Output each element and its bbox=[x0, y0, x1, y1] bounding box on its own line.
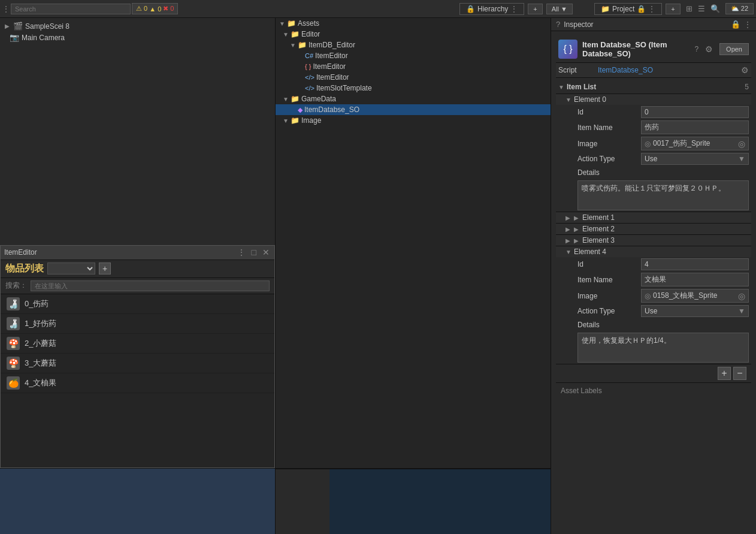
project-tab[interactable]: 📁 Project 🔒 ⋮ bbox=[594, 3, 662, 15]
element-4-id-row: Id 4 bbox=[575, 257, 751, 271]
action-dropdown-arrow-0: ▼ bbox=[738, 155, 745, 163]
add-element-btn[interactable]: + bbox=[718, 367, 731, 380]
top-bar: ⋮ ⚠ 0 ▲ 0 ✖ 0 🔒 Hierarchy ⋮ + All ▼ 📁 Pr… bbox=[0, 0, 756, 18]
inspector-gear-btn[interactable]: ⚙ bbox=[703, 44, 715, 54]
cloud-badge: ⛅ 22 bbox=[725, 3, 754, 14]
hierarchy-main-camera[interactable]: 📷 Main Camera bbox=[0, 32, 275, 43]
scene-label: SampleScei 8 bbox=[25, 22, 69, 31]
all-dropdown[interactable]: All ▼ bbox=[546, 4, 573, 14]
action-type-dropdown-4[interactable]: Use ▼ bbox=[641, 305, 749, 317]
tree-itemslot[interactable]: </> ItemSlotTemplate bbox=[276, 83, 551, 93]
item-editor-window: ItemEditor ⋮ □ ✕ 物品列表 + 搜索： 🍶 0_伤药 bbox=[0, 245, 275, 469]
project-lock-icon: 🔒 bbox=[637, 5, 646, 13]
inspector-bottom: + − bbox=[556, 364, 751, 382]
gamedata-arrow: ▼ bbox=[283, 96, 289, 102]
window-maximize-btn[interactable]: □ bbox=[250, 248, 258, 257]
editor-folder-icon: 📁 bbox=[291, 30, 300, 38]
remove-element-btn[interactable]: − bbox=[733, 367, 746, 380]
id-value[interactable]: 0 bbox=[641, 106, 749, 118]
editor-type-dropdown[interactable] bbox=[47, 263, 95, 274]
asset-labels-section: Asset Labels bbox=[556, 382, 751, 399]
details-value-4[interactable]: 使用，恢复最大ＨＰ的1/4。 bbox=[577, 333, 749, 363]
hierarchy-samplescene[interactable]: ▶ 🎬 SampleScei 8 bbox=[0, 20, 275, 32]
gamedata-label: GameData bbox=[301, 95, 336, 103]
script-value[interactable]: ItemDatabse_SO bbox=[598, 66, 737, 74]
add-btn[interactable]: + bbox=[528, 4, 542, 14]
help-icon: ? bbox=[556, 20, 560, 29]
global-search-input[interactable] bbox=[11, 4, 131, 14]
tree-image[interactable]: ▼ 📁 Image bbox=[276, 115, 551, 126]
tree-itemdb-editor[interactable]: ▼ 📁 ItemDB_Editor bbox=[276, 40, 551, 50]
element-2-header[interactable]: ▶ ▶ Element 2 bbox=[556, 223, 751, 234]
image-select-btn-4[interactable]: ◎ bbox=[738, 291, 745, 301]
script-gear-icon[interactable]: ⚙ bbox=[741, 65, 749, 75]
itemdb-arrow: ▼ bbox=[290, 42, 296, 49]
middle-bottom-divider bbox=[276, 469, 329, 534]
item-name-label-4: Item Name bbox=[577, 276, 637, 284]
hierarchy-tab[interactable]: 🔒 Hierarchy ⋮ bbox=[459, 3, 524, 15]
window-menu-btn[interactable]: ⋮ bbox=[236, 248, 247, 257]
image-arrow: ▼ bbox=[283, 117, 289, 124]
tree-assets[interactable]: ▼ 📁 Assets bbox=[276, 18, 551, 29]
camera-icon: 📷 bbox=[10, 33, 19, 42]
id-label-4: Id bbox=[577, 260, 637, 268]
scene-area bbox=[0, 468, 275, 534]
element-1-header[interactable]: ▶ ▶ Element 1 bbox=[556, 212, 751, 223]
item-name-value-4[interactable]: 文柚果 bbox=[641, 273, 749, 286]
project-list-view-btn[interactable]: ☰ bbox=[696, 4, 707, 13]
tree-itemeditor-cs2[interactable]: { } ItemEditor bbox=[276, 61, 551, 72]
tree-itemdatabse-so[interactable]: ◆ ItemDatabse_SO bbox=[276, 104, 551, 115]
hierarchy-tab-dots[interactable]: ⋮ bbox=[510, 5, 518, 13]
image-select-btn-0[interactable]: ◎ bbox=[738, 139, 745, 149]
warn-count2: ▲ 0 bbox=[149, 5, 161, 13]
menu-dots[interactable]: ⋮ bbox=[2, 5, 10, 13]
id-value-4[interactable]: 4 bbox=[641, 258, 749, 270]
project-add-btn[interactable]: + bbox=[666, 4, 680, 14]
item-list-section-header[interactable]: ▼ Item List 5 bbox=[556, 80, 751, 93]
element-3-header[interactable]: ▶ ▶ Element 3 bbox=[556, 234, 751, 246]
element-0-title: Element 0 bbox=[574, 95, 606, 104]
item-editor-titlebar: ItemEditor ⋮ □ ✕ bbox=[1, 246, 274, 260]
action-type-dropdown-0[interactable]: Use ▼ bbox=[641, 153, 749, 165]
inspector-help-icon[interactable]: ? bbox=[694, 45, 698, 53]
element-0-header[interactable]: ▼ Element 0 bbox=[556, 93, 751, 105]
right-panel: ? Inspector 🔒 ⋮ { } Item Databse_SO (Ite… bbox=[551, 18, 756, 534]
itemslot-icon: </> bbox=[305, 85, 315, 92]
action-type-value-4: Use bbox=[645, 307, 657, 315]
element-4-header[interactable]: ▼ Element 4 bbox=[556, 246, 751, 257]
element-4-name-row: Item Name 文柚果 bbox=[575, 271, 751, 288]
tree-gamedata[interactable]: ▼ 📁 GameData bbox=[276, 93, 551, 104]
details-value-0[interactable]: 喷雾式伤药。能让１只宝可梦回复２０ＨＰ。 bbox=[577, 180, 749, 210]
element-4-details-row: Details bbox=[575, 318, 751, 331]
list-item[interactable]: 🍶 1_好伤药 bbox=[1, 314, 274, 334]
left-panel: ▶ 🎬 SampleScei 8 📷 Main Camera ItemEdito… bbox=[0, 18, 276, 534]
element-0-image-row: Image ◎ 0017_伤药_Sprite ◎ bbox=[575, 135, 751, 152]
tree-itemeditor-cs1[interactable]: C# ItemEditor bbox=[276, 50, 551, 61]
editor-add-item-btn[interactable]: + bbox=[99, 263, 111, 274]
project-search-btn[interactable]: 🔍 bbox=[709, 4, 722, 13]
item-1-icon: 🍶 bbox=[7, 317, 20, 330]
action-type-value-0: Use bbox=[645, 155, 657, 163]
window-close-btn[interactable]: ✕ bbox=[261, 248, 271, 257]
list-item[interactable]: 🍊 4_文柚果 bbox=[1, 373, 274, 393]
list-item[interactable]: 🍄 3_大蘑菇 bbox=[1, 354, 274, 373]
open-btn[interactable]: Open bbox=[719, 43, 749, 55]
element-2-title: Element 2 bbox=[582, 225, 615, 233]
warn-count: ⚠ 0 bbox=[136, 5, 147, 13]
project-tab-dots[interactable]: ⋮ bbox=[648, 5, 655, 13]
editor-search-input[interactable] bbox=[31, 280, 270, 291]
inspector-lock-icon[interactable]: 🔒 bbox=[731, 20, 740, 29]
element-4-title: Element 4 bbox=[574, 248, 606, 256]
item-0-label: 0_伤药 bbox=[25, 298, 49, 309]
tree-itemeditor-cs3[interactable]: </> ItemEditor bbox=[276, 72, 551, 83]
inspector-dots-icon[interactable]: ⋮ bbox=[744, 20, 751, 29]
project-icon-view-btn[interactable]: ⊞ bbox=[684, 4, 694, 13]
list-item[interactable]: 🍄 2_小蘑菇 bbox=[1, 334, 274, 354]
item-name-value-0[interactable]: 伤药 bbox=[641, 120, 749, 134]
tree-editor[interactable]: ▼ 📁 Editor bbox=[276, 29, 551, 40]
cs2-icon: { } bbox=[305, 63, 311, 70]
action-type-label-4: Action Type bbox=[577, 307, 637, 315]
element-0-action-row: Action Type Use ▼ bbox=[575, 152, 751, 166]
list-item[interactable]: 🍶 0_伤药 bbox=[1, 294, 274, 314]
script-row: Script ItemDatabse_SO ⚙ bbox=[556, 63, 751, 78]
